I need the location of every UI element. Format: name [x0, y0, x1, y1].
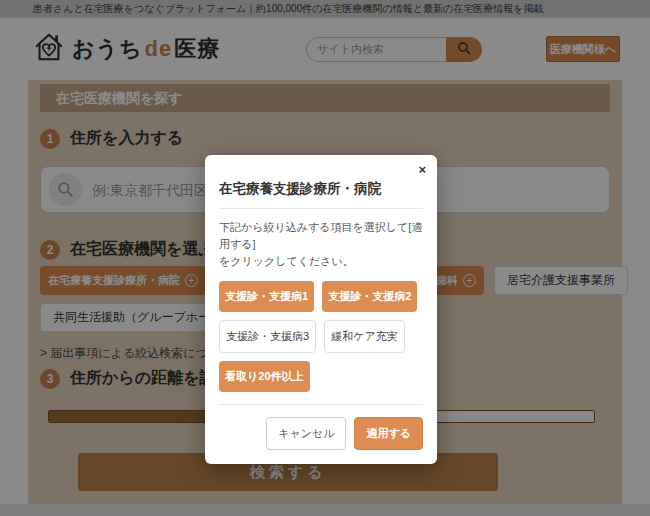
close-icon[interactable]: × — [418, 163, 426, 176]
cancel-button[interactable]: キャンセル — [266, 417, 346, 450]
option-shiennshin1-button[interactable]: 支援診・支援病1 — [219, 281, 314, 312]
apply-button[interactable]: 適用する — [354, 417, 423, 450]
option-mitori20-button[interactable]: 看取り20件以上 — [219, 361, 310, 392]
option-shiennshin3-button[interactable]: 支援診・支援病3 — [219, 320, 316, 353]
modal-footer: キャンセル 適用する — [219, 417, 423, 450]
option-shiennshin2-button[interactable]: 支援診・支援病2 — [322, 281, 417, 312]
modal-option-list: 支援診・支援病1 支援診・支援病2 支援診・支援病3 緩和ケア充実 看取り20件… — [219, 281, 423, 392]
divider — [219, 208, 423, 209]
modal-title: 在宅療養支援診療所・病院 — [219, 180, 423, 198]
option-kanwa-care-button[interactable]: 緩和ケア充実 — [324, 320, 405, 353]
divider — [219, 404, 423, 405]
modal-description: 下記から絞り込みする項目を選択して[適用する] をクリックしてください。 — [219, 219, 423, 270]
filter-modal: × 在宅療養支援診療所・病院 下記から絞り込みする項目を選択して[適用する] を… — [205, 155, 437, 464]
